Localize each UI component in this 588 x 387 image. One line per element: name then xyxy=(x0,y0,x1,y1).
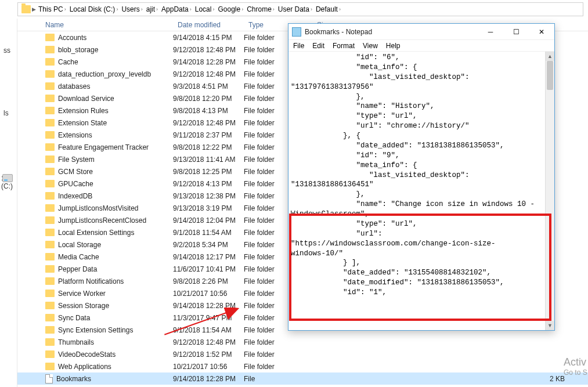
file-name: Session Storage xyxy=(58,302,109,310)
file-date: 9/8/2018 12:20 PM xyxy=(173,95,244,103)
file-row[interactable]: Bookmarks9/14/2018 12:28 PMFile2 KB xyxy=(17,372,588,385)
breadcrumb-item[interactable]: Default› xyxy=(315,5,342,13)
nav-sidebar[interactable]: ss ls : (C:) xyxy=(0,19,17,387)
menu-format[interactable]: Format xyxy=(333,42,355,50)
file-date: 9/8/2018 12:22 PM xyxy=(173,143,244,151)
sidebar-text[interactable]: ls xyxy=(3,109,9,117)
file-date: 9/14/2018 12:04 PM xyxy=(173,216,244,225)
folder-icon xyxy=(45,326,55,334)
folder-icon xyxy=(45,290,55,297)
file-name: GPUCache xyxy=(58,180,93,188)
breadcrumb-item[interactable]: Google› xyxy=(217,5,244,13)
scroll-up-button[interactable]: ▲ xyxy=(546,52,554,61)
file-name: Accounts xyxy=(58,34,86,42)
folder-icon xyxy=(45,58,55,66)
col-header-date[interactable]: Date modified xyxy=(173,21,244,29)
scroll-down-button[interactable]: ▼ xyxy=(546,321,554,330)
file-type: File folder xyxy=(244,338,312,346)
titlebar[interactable]: Bookmarks - Notepad ─ ☐ ✕ xyxy=(288,24,554,40)
close-button[interactable]: ✕ xyxy=(529,24,554,40)
file-date: 9/12/2018 12:48 PM xyxy=(173,70,244,78)
file-date: 9/13/2018 12:38 PM xyxy=(173,192,244,200)
window-title: Bookmarks - Notepad xyxy=(305,28,478,36)
folder-icon xyxy=(45,314,55,321)
file-row[interactable]: Web Applications10/21/2017 10:56File fol… xyxy=(17,360,588,372)
file-name: Download Service xyxy=(58,95,114,103)
folder-icon xyxy=(45,70,55,78)
file-name: Feature Engagement Tracker xyxy=(58,143,149,151)
file-name: Service Worker xyxy=(58,290,106,298)
folder-icon xyxy=(45,241,55,248)
file-date: 10/21/2017 10:56 xyxy=(173,363,244,371)
maximize-button[interactable]: ☐ xyxy=(503,24,529,40)
file-date: 9/12/2018 12:48 PM xyxy=(173,119,244,127)
sidebar-text[interactable]: ss xyxy=(3,46,10,55)
menu-file[interactable]: File xyxy=(293,42,304,50)
breadcrumb-item[interactable]: AppData› xyxy=(160,5,193,13)
col-header-name[interactable]: Name xyxy=(17,21,173,29)
file-name: Extension Rules xyxy=(58,107,109,115)
file-date: 9/3/2018 4:51 PM xyxy=(173,82,244,91)
file-name: GCM Store xyxy=(58,168,93,176)
menu-help[interactable]: Help xyxy=(386,42,401,50)
menu-view[interactable]: View xyxy=(363,42,378,50)
file-row[interactable]: Thumbnails9/12/2018 12:48 PMFile folder xyxy=(17,336,588,348)
file-size: 2 KB xyxy=(312,375,588,383)
file-date: 9/12/2018 12:48 PM xyxy=(173,46,244,54)
breadcrumb-item[interactable]: ajit› xyxy=(145,5,159,13)
folder-icon xyxy=(45,46,55,53)
notepad-icon xyxy=(292,27,301,37)
breadcrumb[interactable]: ▶ This PC› Local Disk (C:)› Users› ajit›… xyxy=(17,2,583,16)
file-name: Media Cache xyxy=(58,253,99,261)
file-name: JumpListIconsRecentClosed xyxy=(58,216,146,225)
text-content[interactable]: "id": "6", "meta_info": { "last_visited_… xyxy=(288,52,545,330)
file-date: 9/8/2018 2:26 PM xyxy=(173,277,244,285)
text-area[interactable]: "id": "6", "meta_info": { "last_visited_… xyxy=(288,52,554,330)
file-name: Sync Data xyxy=(58,314,90,322)
folder-icon xyxy=(45,253,55,261)
breadcrumb-item[interactable]: User Data› xyxy=(277,5,313,13)
file-type: File folder xyxy=(244,350,312,359)
file-date: 9/12/2018 1:52 PM xyxy=(173,350,244,359)
chevron-right-icon[interactable]: ▶ xyxy=(32,6,36,12)
scroll-thumb[interactable] xyxy=(547,61,553,90)
file-name: JumpListIconsMostVisited xyxy=(58,204,139,212)
breadcrumb-item[interactable]: This PC› xyxy=(37,5,67,13)
file-date: 9/13/2018 11:41 AM xyxy=(173,155,244,164)
menubar[interactable]: File Edit Format View Help xyxy=(288,40,554,52)
folder-icon xyxy=(45,143,55,151)
file-date: 9/14/2018 12:28 PM xyxy=(173,302,244,310)
file-name: data_reduction_proxy_leveldb xyxy=(58,70,151,78)
folder-icon xyxy=(45,350,55,358)
file-date: 9/8/2018 4:13 PM xyxy=(173,107,244,115)
file-date: 9/12/2018 4:13 PM xyxy=(173,180,244,188)
file-date: 9/2/2018 5:34 PM xyxy=(173,241,244,249)
file-name: Extension State xyxy=(58,119,107,127)
breadcrumb-item[interactable]: Local› xyxy=(194,5,216,13)
folder-icon xyxy=(45,302,55,309)
file-name: Cache xyxy=(58,58,78,66)
folder-icon xyxy=(45,95,55,102)
vertical-scrollbar[interactable]: ▲ ▼ xyxy=(545,52,554,330)
windows-activation-watermark: Activ Go to S xyxy=(564,356,588,377)
breadcrumb-item[interactable]: Users› xyxy=(120,5,143,13)
file-name: blob_storage xyxy=(58,46,98,54)
menu-edit[interactable]: Edit xyxy=(312,42,324,50)
folder-icon xyxy=(45,107,55,114)
sidebar-text[interactable]: : (C:) xyxy=(1,174,16,190)
folder-icon xyxy=(45,204,55,212)
file-date: 11/3/2017 9:47 PM xyxy=(173,314,244,322)
file-name: Extensions xyxy=(58,131,92,139)
file-icon xyxy=(45,374,53,384)
file-row[interactable]: VideoDecodeStats9/12/2018 1:52 PMFile fo… xyxy=(17,348,588,360)
breadcrumb-item[interactable]: Local Disk (C:)› xyxy=(68,5,120,13)
file-date: 11/6/2017 10:41 PM xyxy=(173,265,244,273)
file-name: Bookmarks xyxy=(56,375,91,383)
minimize-button[interactable]: ─ xyxy=(478,24,503,40)
file-name: VideoDecodeStats xyxy=(58,350,116,359)
file-date: 9/14/2018 12:17 PM xyxy=(173,253,244,261)
file-type: File folder xyxy=(244,363,312,371)
notepad-window[interactable]: Bookmarks - Notepad ─ ☐ ✕ File Edit Form… xyxy=(288,23,555,331)
file-date: 9/1/2018 11:54 AM xyxy=(173,326,244,334)
breadcrumb-item[interactable]: Chrome› xyxy=(246,5,276,13)
